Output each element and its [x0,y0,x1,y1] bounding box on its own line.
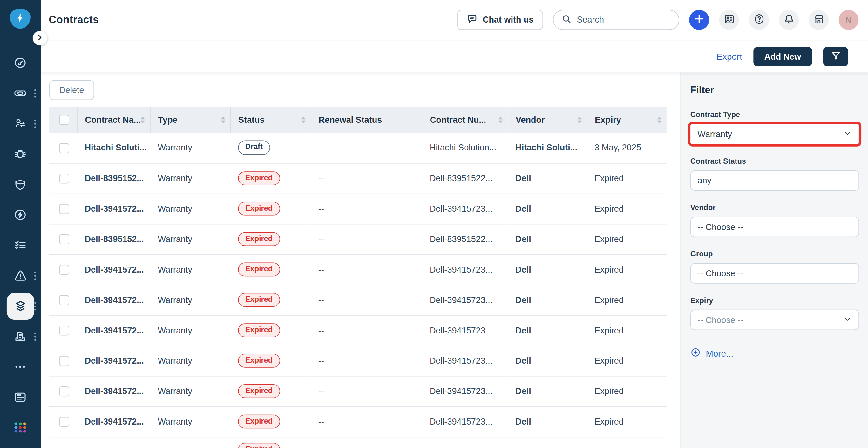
table-row[interactable]: Dell-3941572...WarrantyExpired--Dell-394… [49,407,666,437]
search-icon [561,14,572,26]
row-checkbox[interactable] [59,174,69,183]
table-row[interactable]: Dell-3941572...WarrantyExpired--Dell-394… [49,194,666,224]
sidebar-item-layers[interactable] [0,290,40,321]
kebab-menu-icon[interactable] [32,117,38,130]
column-header-contract-nu[interactable]: Contract Nu... [422,107,508,133]
table-row-partial[interactable]: Expired [49,437,666,448]
expiry-select-label: Expiry [690,296,859,305]
sidebar-expand-button[interactable] [33,31,47,45]
contract-status-select-label: Contract Status [690,157,859,165]
kebab-menu-icon[interactable] [32,300,38,312]
sidebar-item-checklist[interactable] [0,230,40,261]
sidebar-item-warning[interactable] [0,261,40,291]
quick-create-button[interactable] [689,10,709,30]
export-link[interactable]: Export [716,52,742,62]
table-row[interactable]: Dell-3941572...WarrantyExpired--Dell-394… [49,254,666,285]
column-header-vendor[interactable]: Vendor [508,107,587,133]
contract-name-link[interactable]: Dell-3941572... [77,346,150,376]
status-badge: Expired [238,443,280,448]
user-avatar[interactable]: N [839,10,859,30]
contract-name-link[interactable]: Dell-3941572... [77,407,150,437]
sidebar-item-people-swap[interactable] [0,108,40,139]
kebab-menu-icon[interactable] [32,269,38,282]
table-row[interactable]: Dell-3941572...WarrantyExpired--Dell-394… [49,315,666,346]
delete-button[interactable]: Delete [49,80,94,100]
filter-toggle-button[interactable] [823,47,848,66]
contract-type-select-label: Contract Type [690,110,859,119]
expiry-select[interactable]: -- Choose -- [690,310,859,330]
contract-name-link[interactable]: Dell-8395152... [77,163,150,194]
sort-arrows-icon[interactable] [498,117,502,124]
column-header-expiry[interactable]: Expiry [587,107,666,133]
status-badge: Expired [238,414,280,428]
contract-name-link[interactable]: Dell-3941572... [77,376,150,407]
vendor-select[interactable]: -- Choose -- [690,217,859,237]
table-row[interactable]: Dell-3941572...WarrantyExpired--Dell-394… [49,285,666,315]
app-logo[interactable] [10,9,30,29]
sort-arrows-icon[interactable] [220,117,225,124]
filter-panel-title: Filter [690,85,859,97]
more-filters-link[interactable]: More... [690,347,859,360]
sidebar-item-ellipsis[interactable] [0,351,40,382]
row-checkbox[interactable] [59,235,69,244]
column-header-contract-na[interactable]: Contract Na... [77,107,150,133]
row-checkbox[interactable] [59,417,69,427]
sidebar-item-doc-tray[interactable] [0,321,40,351]
kebab-menu-icon[interactable] [32,87,38,100]
chevron-down-icon [843,129,852,140]
sort-arrows-icon[interactable] [301,117,305,124]
select-all-checkbox[interactable] [59,115,69,125]
sidebar-item-app-grid[interactable] [0,412,40,443]
help-button[interactable] [749,10,769,30]
contacts-button[interactable] [719,10,739,30]
contract-type-select[interactable]: Warranty [690,124,859,144]
row-checkbox[interactable] [59,143,69,153]
add-new-button[interactable]: Add New [753,47,812,66]
lightning-bolt-icon [15,12,25,25]
sidebar-item-shield[interactable] [0,169,40,200]
table-row[interactable]: Dell-8395152...WarrantyExpired--Dell-839… [49,163,666,194]
funnel-icon [830,50,841,63]
row-checkbox[interactable] [59,265,69,275]
sort-arrows-icon[interactable] [141,117,145,124]
table-row[interactable]: Dell-3941572...WarrantyExpired--Dell-394… [49,376,666,407]
sidebar-item-ticket[interactable] [0,78,40,108]
sidebar-item-bug[interactable] [0,139,40,169]
sort-arrows-icon[interactable] [657,117,661,124]
kebab-menu-icon[interactable] [32,330,38,343]
storefront-icon [813,13,825,27]
table-row[interactable]: Dell-3941572...WarrantyExpired--Dell-394… [49,346,666,376]
status-badge: Expired [238,232,280,246]
global-search [553,10,679,30]
row-checkbox[interactable] [59,356,69,366]
sidebar-item-terminal-card[interactable] [0,382,40,412]
row-checkbox[interactable] [59,204,69,214]
sort-arrows-icon[interactable] [577,117,582,124]
notifications-button[interactable] [779,10,799,30]
chat-with-us-button[interactable]: Chat with us [457,10,543,30]
sidebar-item-bolt-circle[interactable] [0,200,40,230]
contract-status-select[interactable]: any [690,170,859,191]
bug-icon [13,147,27,161]
search-input[interactable] [577,15,660,25]
contract-name-link[interactable]: Dell-3941572... [77,254,150,285]
column-header-renewal-status[interactable]: Renewal Status [310,107,422,133]
warning-icon [13,268,27,283]
contract-name-link[interactable]: Dell-3941572... [77,315,150,346]
table-row[interactable]: Dell-8395152...WarrantyExpired--Dell-839… [49,224,666,254]
plus-icon [693,13,705,27]
contract-name-link[interactable]: Dell-3941572... [77,285,150,315]
column-header-status[interactable]: Status [230,107,311,133]
sidebar-item-gauge[interactable] [0,47,40,78]
table-row[interactable]: Hitachi Soluti...WarrantyDraft--Hitachi … [49,133,666,163]
row-checkbox[interactable] [59,386,69,396]
contract-name-link[interactable]: Hitachi Soluti... [77,133,150,163]
contract-name-link[interactable]: Dell-8395152... [77,224,150,254]
row-checkbox[interactable] [59,325,69,335]
marketplace-button[interactable] [809,10,829,30]
top-header: Contracts Chat with us [40,0,868,40]
contract-name-link[interactable]: Dell-3941572... [77,194,150,224]
row-checkbox[interactable] [59,295,69,305]
column-header-type[interactable]: Type [150,107,230,133]
group-select[interactable]: -- Choose -- [690,263,859,283]
